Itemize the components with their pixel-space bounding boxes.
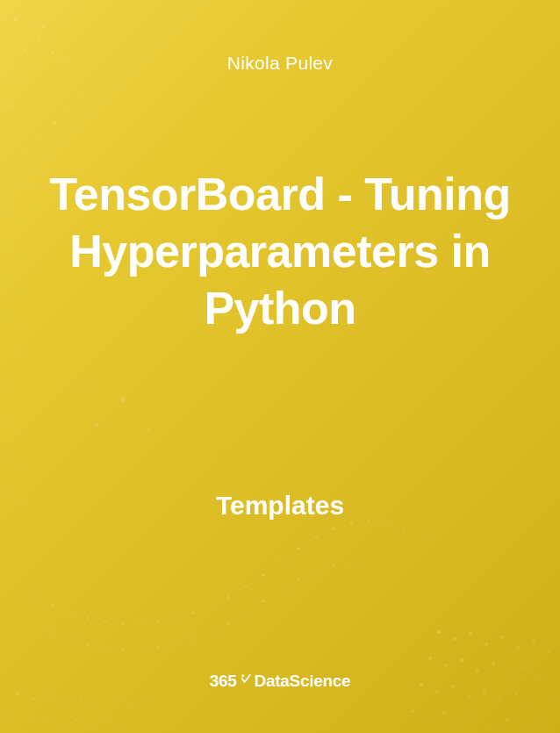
svg-point-15: [54, 122, 56, 125]
author-name: Nikola Pulev: [227, 53, 333, 74]
svg-point-37: [6, 420, 8, 422]
svg-point-99: [477, 670, 478, 672]
svg-point-12: [11, 104, 13, 106]
svg-point-47: [34, 596, 37, 599]
svg-point-18: [8, 140, 11, 142]
svg-point-104: [420, 684, 423, 686]
decorative-dots-background: [0, 0, 560, 733]
svg-point-96: [429, 658, 432, 660]
svg-point-122: [17, 693, 18, 694]
svg-point-8: [20, 80, 22, 82]
svg-point-78: [192, 638, 194, 640]
svg-point-115: [443, 712, 445, 714]
svg-point-52: [122, 622, 125, 625]
svg-point-57: [210, 605, 212, 607]
svg-point-95: [549, 650, 550, 652]
svg-point-106: [452, 686, 455, 688]
svg-point-117: [475, 715, 477, 717]
svg-point-108: [484, 689, 485, 691]
brand-logo: 365 DataScience: [210, 672, 351, 691]
svg-point-131: [11, 715, 13, 717]
svg-point-119: [506, 719, 508, 721]
svg-point-65: [350, 522, 352, 524]
svg-point-97: [445, 665, 448, 667]
svg-point-5: [38, 36, 39, 38]
svg-point-101: [508, 673, 510, 675]
svg-point-61: [280, 561, 282, 563]
svg-point-76: [157, 647, 159, 649]
svg-point-92: [501, 636, 504, 639]
svg-point-56: [192, 612, 195, 614]
svg-point-123: [32, 698, 34, 700]
svg-point-79: [210, 631, 212, 633]
svg-point-129: [127, 705, 128, 706]
svg-point-139: [241, 674, 244, 677]
svg-point-3: [10, 41, 11, 43]
svg-point-71: [69, 638, 71, 640]
svg-point-45: [147, 428, 151, 432]
svg-point-85: [315, 570, 317, 571]
svg-point-114: [427, 717, 429, 719]
svg-point-50: [87, 617, 90, 620]
svg-point-75: [140, 649, 141, 650]
svg-point-70: [52, 631, 54, 633]
svg-point-67: [385, 522, 387, 524]
svg-point-73: [104, 647, 106, 649]
svg-point-86: [333, 564, 334, 566]
svg-point-39: [11, 456, 13, 457]
svg-point-22: [64, 145, 66, 147]
svg-point-53: [140, 622, 141, 624]
svg-point-7: [6, 69, 9, 72]
svg-point-46: [82, 384, 85, 388]
svg-point-118: [491, 726, 492, 728]
svg-point-2: [43, 25, 46, 28]
svg-point-113: [412, 710, 414, 713]
svg-point-132: [27, 721, 29, 722]
svg-point-94: [533, 640, 535, 643]
svg-point-107: [468, 696, 470, 698]
svg-point-93: [517, 647, 519, 649]
svg-point-10: [48, 83, 50, 85]
svg-point-111: [531, 703, 533, 705]
svg-point-128: [111, 698, 113, 700]
svg-point-1: [29, 15, 31, 17]
svg-point-100: [492, 663, 495, 665]
svg-point-110: [515, 693, 517, 694]
svg-point-136: [90, 726, 91, 727]
svg-point-135: [75, 719, 76, 721]
svg-point-112: [547, 696, 549, 698]
svg-point-51: [104, 621, 106, 622]
svg-point-41: [8, 491, 10, 492]
svg-point-116: [459, 722, 461, 724]
svg-point-54: [157, 621, 160, 623]
svg-point-84: [298, 578, 299, 580]
svg-point-6: [52, 52, 54, 54]
svg-point-43: [120, 397, 126, 402]
svg-point-21: [50, 157, 52, 159]
logo-prefix: 365: [210, 672, 237, 691]
svg-point-58: [227, 596, 230, 599]
svg-point-82: [262, 600, 264, 602]
svg-point-80: [227, 622, 229, 624]
svg-point-62: [298, 548, 300, 550]
svg-point-87: [350, 563, 352, 564]
svg-point-38: [20, 433, 21, 434]
svg-point-40: [25, 468, 26, 469]
svg-point-120: [522, 729, 524, 731]
svg-point-4: [23, 47, 25, 50]
svg-point-81: [245, 612, 247, 614]
svg-point-60: [262, 574, 265, 577]
svg-point-121: [538, 722, 540, 724]
svg-point-83: [280, 589, 282, 591]
svg-point-125: [64, 701, 66, 703]
svg-point-126: [80, 696, 82, 698]
document-title: TensorBoard - Tuning Hyperparameters in …: [0, 166, 560, 337]
svg-point-103: [540, 677, 542, 679]
svg-point-59: [245, 586, 247, 587]
svg-point-124: [48, 694, 50, 696]
svg-point-14: [39, 103, 41, 104]
svg-point-9: [34, 68, 37, 70]
svg-point-69: [420, 536, 422, 538]
svg-point-11: [62, 61, 64, 62]
svg-point-133: [43, 717, 45, 719]
